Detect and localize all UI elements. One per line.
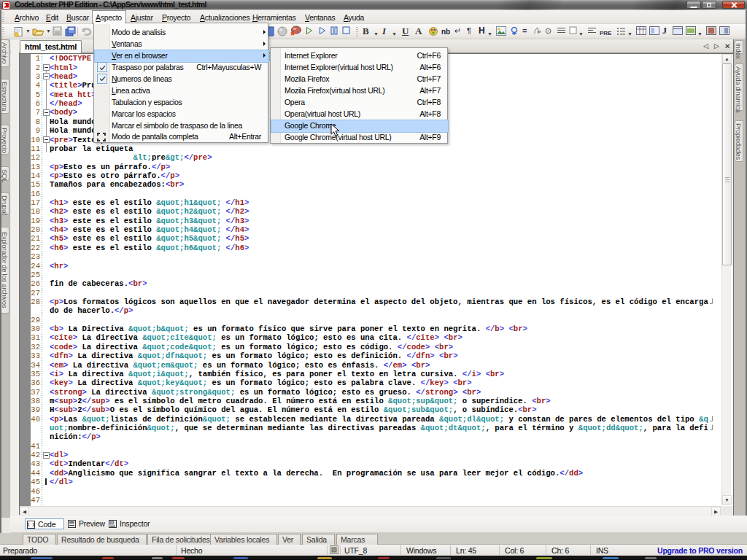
svg-text:»: » (538, 28, 541, 35)
